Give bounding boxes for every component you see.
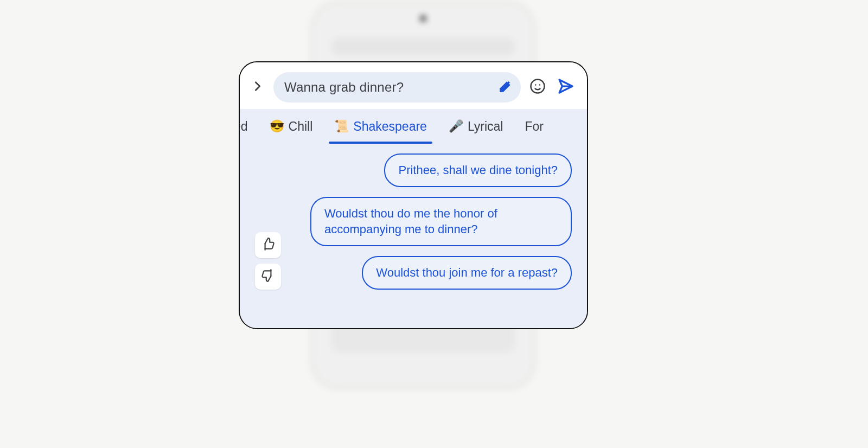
tab-emoji: 📜 — [334, 120, 349, 132]
suggestion-chip[interactable]: Prithee, shall we dine tonight? — [384, 153, 572, 187]
thumbs-up-button[interactable] — [255, 232, 281, 258]
style-tab-for[interactable]: For — [514, 109, 544, 144]
feedback-column — [255, 232, 281, 290]
thumbs-down-icon — [261, 268, 275, 285]
style-tab-cited[interactable]: cited — [240, 109, 259, 144]
suggestion-chip[interactable]: Wouldst thou join me for a repast? — [362, 256, 572, 290]
suggestion-chip[interactable]: Wouldst thou do me the honor of accompan… — [310, 197, 572, 246]
tab-label: Lyrical — [468, 119, 503, 134]
tab-label: Shakespeare — [353, 119, 427, 134]
magic-compose-overlay: Wanna grab dinner? — [239, 61, 588, 329]
suggestion-list: Prithee, shall we dine tonight?Wouldst t… — [240, 144, 587, 299]
style-tab-bar[interactable]: cited😎Chill📜Shakespeare🎤LyricalFor — [240, 109, 587, 144]
style-tab-shakespeare[interactable]: 📜Shakespeare — [323, 109, 438, 144]
thumbs-up-icon — [261, 237, 275, 253]
style-tab-lyrical[interactable]: 🎤Lyrical — [438, 109, 514, 144]
collapse-button[interactable] — [247, 77, 268, 98]
svg-point-0 — [531, 80, 545, 93]
compose-row: Wanna grab dinner? — [240, 62, 587, 109]
phone-blur-blob — [331, 38, 515, 55]
tab-emoji: 🎤 — [449, 120, 463, 132]
thumbs-down-button[interactable] — [255, 264, 281, 290]
send-button[interactable] — [554, 76, 577, 99]
svg-point-2 — [539, 84, 541, 86]
tab-label: cited — [240, 119, 248, 134]
smile-icon — [529, 78, 546, 97]
style-tab-chill[interactable]: 😎Chill — [259, 109, 324, 144]
magic-wand-icon — [499, 79, 513, 95]
tab-label: For — [525, 119, 544, 134]
magic-rewrite-button[interactable] — [496, 78, 515, 97]
tab-label: Chill — [289, 119, 313, 134]
compose-input-pill[interactable]: Wanna grab dinner? — [273, 72, 521, 103]
emoji-button[interactable] — [526, 76, 549, 99]
tab-emoji: 😎 — [270, 120, 284, 132]
svg-point-1 — [535, 84, 537, 86]
compose-text: Wanna grab dinner? — [284, 80, 492, 95]
suggestion-panel: cited😎Chill📜Shakespeare🎤LyricalFor Pri — [240, 109, 587, 328]
send-icon — [557, 78, 575, 97]
chevron-right-icon — [252, 80, 264, 94]
